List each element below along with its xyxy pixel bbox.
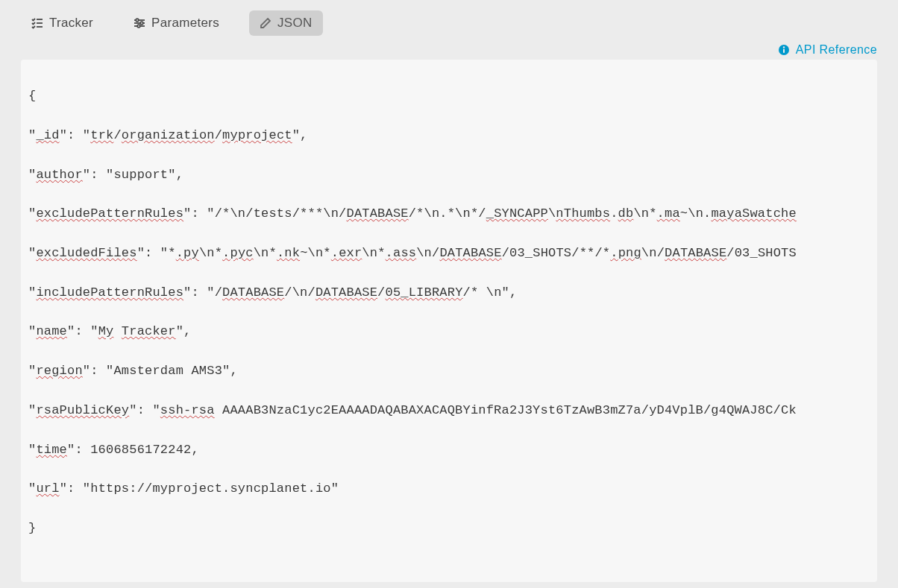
svg-point-10 [783,46,785,48]
json-editor[interactable]: { "_id": "trk/organization/myproject", "… [21,60,877,582]
json-line-time: "time": 1606856172242, [28,440,870,460]
tab-json[interactable]: JSON [249,10,323,36]
info-icon [778,44,790,56]
svg-point-4 [136,19,139,22]
tab-json-label: JSON [277,16,313,31]
json-line-id: "_id": "trk/organization/myproject", [28,126,870,145]
json-brace-open: { [28,86,870,106]
json-line-rsapublickey: "rsaPublicKey": "ssh-rsa AAAAB3NzaC1yc2E… [28,401,870,420]
pencil-icon [260,17,271,29]
list-check-icon [31,17,43,29]
tabs-bar: Tracker Parameters JSON [21,10,877,36]
svg-point-8 [137,25,140,28]
json-line-excludedfiles: "excludedFiles": "*.py\n*.pyc\n*.nk~\n*.… [28,244,870,263]
svg-rect-11 [783,49,785,53]
json-line-name: "name": "My Tracker", [28,322,870,341]
tab-tracker[interactable]: Tracker [21,10,104,36]
json-line-author: "author": "support", [28,165,870,185]
svg-point-6 [140,22,143,25]
json-brace-close: } [28,519,870,538]
json-line-excludepatternrules: "excludePatternRules": "/*\n/tests/***\n… [28,204,870,224]
json-line-region: "region": "Amsterdam AMS3", [28,361,870,381]
tab-parameters[interactable]: Parameters [123,10,230,36]
tab-parameters-label: Parameters [151,16,219,31]
tab-tracker-label: Tracker [49,16,93,31]
api-reference-label: API Reference [796,43,877,57]
api-reference-link[interactable]: API Reference [21,43,877,57]
json-line-url: "url": "https://myproject.syncplanet.io" [28,479,870,499]
json-line-includepatternrules: "includePatternRules": "/DATABASE/\n/DAT… [28,283,870,303]
sliders-icon [134,17,145,29]
